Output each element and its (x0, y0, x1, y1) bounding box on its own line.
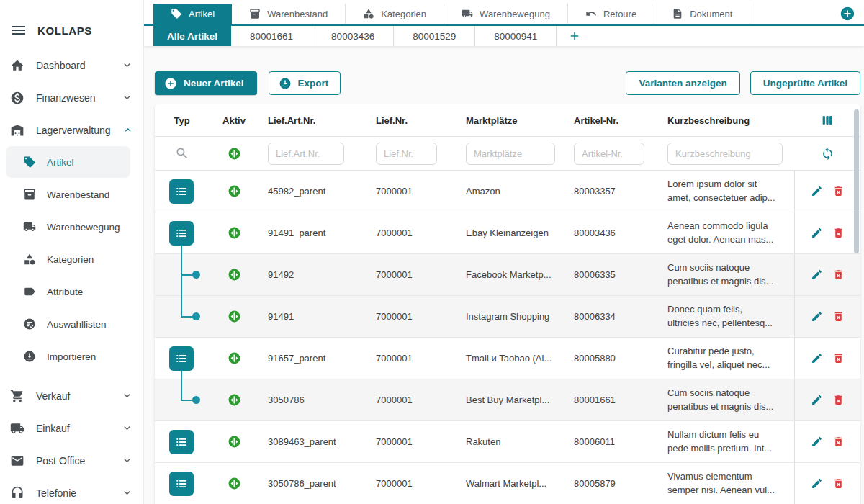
column-header-typ: Typ (155, 115, 209, 126)
filter-input-marktplaetze[interactable] (466, 143, 555, 165)
vertical-scrollbar-thumb[interactable] (854, 109, 859, 253)
sidebar-item-dashboard[interactable]: Dashboard (0, 49, 143, 81)
brand-name: KOLLAPS (37, 24, 92, 37)
filter-input-artikel-nr[interactable] (574, 143, 644, 165)
lief-nr-cell: 7000001 (367, 353, 457, 364)
sidebar-subitem-auswahllisten[interactable]: Auswahllisten (6, 308, 130, 340)
kurzbeschreibung-cell: Nullam dictum felis eu pede mollis preti… (659, 428, 794, 454)
edit-button[interactable] (811, 185, 823, 197)
unverified-articles-button[interactable]: Ungeprüfte Artikel (750, 71, 860, 95)
sidebar-item-post-office[interactable]: Post Office (0, 444, 143, 477)
tab-retoure[interactable]: Retoure (568, 4, 654, 24)
mail-icon (10, 454, 24, 468)
actions-cell (794, 254, 860, 295)
column-settings-button[interactable] (819, 114, 835, 127)
lief-nr-cell: 7000001 (367, 228, 457, 238)
edit-button[interactable] (811, 477, 823, 490)
chevron-down-icon (121, 454, 133, 467)
sidebar-subitem-warenbestand[interactable]: Warenbestand (6, 179, 130, 210)
add-article-tab-button[interactable] (568, 30, 581, 42)
headset-icon (10, 486, 24, 500)
article-type-button[interactable] (169, 346, 194, 371)
edit-button[interactable] (811, 436, 823, 448)
lief-nr-cell: 7000001 (367, 395, 457, 405)
sidebar-subitem-attribute[interactable]: Attribute (6, 276, 130, 307)
hamburger-menu-icon[interactable] (10, 22, 27, 39)
app-root: KOLLAPS Dashboard Finanzwesen Lagerverwa… (0, 0, 864, 504)
delete-button[interactable] (832, 352, 845, 364)
table-row[interactable]: 3050786_parent 7000001 Walmart Marketpl.… (155, 463, 860, 504)
edit-button[interactable] (811, 352, 823, 364)
filter-input-lief-nr[interactable] (376, 143, 437, 165)
show-variants-label: Varianten anzeigen (639, 78, 726, 89)
actions-cell (794, 338, 860, 379)
sidebar-item-telefonie[interactable]: Telefonie (0, 477, 143, 504)
tab-spacer (750, 4, 840, 24)
delete-button[interactable] (832, 436, 845, 448)
delete-button[interactable] (832, 310, 845, 323)
truck-icon (462, 8, 473, 19)
table-row[interactable]: 91657_parent 7000001 Tmall и Taobao (Al.… (155, 338, 860, 379)
delete-button[interactable] (832, 477, 845, 490)
tab-warenbestand[interactable]: Warenbestand (232, 4, 346, 24)
article-tab-80003436[interactable]: 80003436 (312, 26, 394, 46)
unverified-articles-label: Ungeprüfte Artikel (763, 78, 847, 89)
marktplatz-cell: Best Buy Marketpl... (457, 395, 565, 405)
chevron-up-icon (122, 124, 133, 136)
table-row[interactable]: 3050786 7000001 Best Buy Marketpl... 800… (155, 379, 860, 421)
artikel-nr-cell: 80005880 (565, 353, 659, 364)
sidebar-subitem-kategorien[interactable]: Kategorien (6, 243, 130, 275)
article-tab-80001661[interactable]: 80001661 (231, 26, 312, 46)
table-header-row: Typ Aktiv Lief.Art.Nr. Lief.Nr. Marktplä… (155, 104, 860, 137)
tab-artikel[interactable]: Artikel (153, 4, 232, 24)
article-tab-80001529[interactable]: 80001529 (394, 26, 475, 46)
document-icon (672, 8, 683, 19)
edit-button[interactable] (811, 394, 823, 406)
article-type-button[interactable] (169, 472, 194, 496)
sidebar-item-lagerverwaltung[interactable]: Lagerverwaltung (0, 114, 143, 146)
edit-button[interactable] (811, 227, 823, 239)
active-filter-toggle-icon[interactable] (228, 147, 241, 161)
filter-input-lief-art-nr[interactable] (268, 143, 344, 165)
active-status-icon (228, 351, 241, 365)
filter-input-kurzbeschreibung[interactable] (667, 143, 783, 165)
new-article-button[interactable]: Neuer Artikel (155, 71, 257, 95)
label-icon (23, 285, 36, 298)
column-header-lief-nr: Lief.Nr. (367, 115, 457, 126)
refresh-icon[interactable] (821, 147, 834, 161)
article-type-button[interactable] (169, 221, 194, 246)
active-status-icon (228, 435, 241, 449)
tab-warenbewegung[interactable]: Warenbewegung (444, 4, 568, 24)
sidebar-item-finanzwesen[interactable]: Finanzwesen (0, 81, 143, 114)
chevron-down-icon (121, 422, 133, 434)
table-row[interactable]: 3089463_parent 7000001 Rakuten 80006011 … (155, 421, 860, 463)
sidebar-subitem-warenbewegung[interactable]: Warenbewegung (6, 211, 130, 243)
table-row[interactable]: 91491_parent 7000001 Ebay Kleinanzeigen … (155, 212, 860, 254)
lief-art-nr-cell: 45982_parent (259, 186, 367, 197)
export-button[interactable]: Export (269, 71, 341, 95)
sidebar-item-einkauf[interactable]: Einkauf (0, 412, 143, 444)
table-row[interactable]: 91492 7000001 Facebook Marketp... 800063… (155, 254, 860, 296)
lief-art-nr-cell: 3089463_parent (259, 436, 367, 447)
delete-button[interactable] (832, 269, 845, 281)
table-row[interactable]: 45982_parent 7000001 Amazon 80003357 Lor… (155, 171, 860, 212)
delete-button[interactable] (832, 185, 845, 197)
sidebar-item-verkauf[interactable]: Verkauf (0, 379, 143, 412)
add-module-tab-button[interactable] (840, 6, 855, 22)
article-type-button[interactable] (169, 179, 194, 204)
tab-kategorien[interactable]: Kategorien (346, 4, 444, 24)
delete-button[interactable] (832, 227, 845, 239)
edit-button[interactable] (811, 269, 823, 281)
type-cell (155, 421, 209, 462)
show-variants-button[interactable]: Varianten anzeigen (626, 71, 739, 95)
article-tab-80000941[interactable]: 80000941 (475, 26, 557, 46)
edit-button[interactable] (811, 310, 823, 323)
sidebar-subitem-artikel[interactable]: Artikel (6, 146, 130, 178)
type-cell (155, 338, 209, 379)
delete-button[interactable] (832, 394, 845, 406)
article-type-button[interactable] (169, 430, 194, 454)
tab-dokument[interactable]: Dokument (654, 4, 750, 24)
sidebar-subitem-importieren[interactable]: Importieren (6, 341, 130, 372)
table-row[interactable]: 91491 7000001 Instagram Shopping 8000633… (155, 296, 860, 338)
article-tab-alle-artikel[interactable]: Alle Artikel (153, 26, 231, 46)
